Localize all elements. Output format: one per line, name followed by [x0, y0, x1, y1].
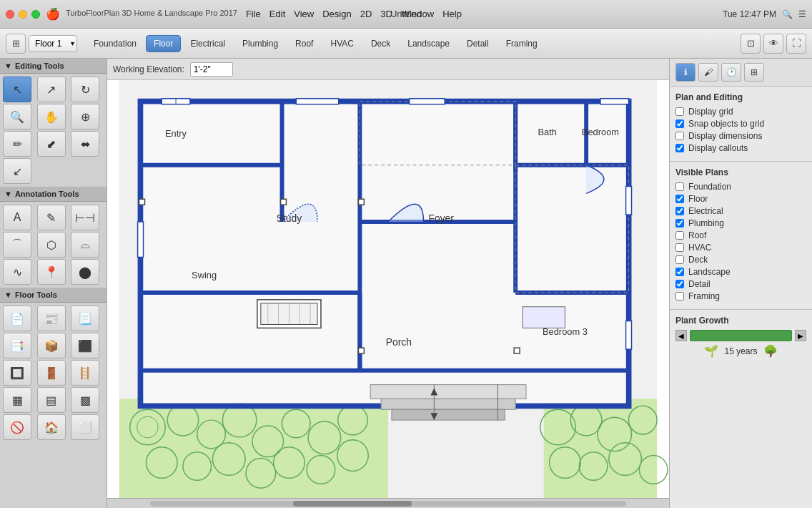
tab-landscape[interactable]: Landscape [400, 35, 457, 52]
rotate-tool[interactable]: ↻ [71, 77, 99, 102]
floor-window-tool[interactable]: 🔲 [3, 360, 31, 386]
tab-electrical[interactable]: Electrical [182, 35, 233, 52]
fullscreen-button[interactable]: ⛶ [786, 34, 806, 54]
tab-hvac[interactable]: HVAC [322, 35, 361, 52]
move-out-tool[interactable]: ⬌ [71, 131, 99, 157]
floor-no-tool[interactable]: 🚫 [3, 414, 31, 440]
plan-detail-row: Detail [675, 279, 806, 289]
info-icon-button[interactable]: ℹ [675, 63, 695, 82]
floor-door-tool[interactable]: 🚪 [37, 360, 66, 386]
plan-foundation-checkbox[interactable] [675, 182, 684, 191]
move-in-tool[interactable]: ⬋ [37, 131, 66, 157]
menu-file[interactable]: File [246, 9, 261, 19]
tab-detail[interactable]: Detail [459, 35, 497, 52]
annotation-tools-header[interactable]: ▼ Annotation Tools [0, 187, 107, 202]
floor-open-tool[interactable]: 📄 [3, 306, 31, 331]
arrow-tool[interactable]: ↙ [3, 158, 31, 184]
tab-plumbing[interactable]: Plumbing [234, 35, 286, 52]
menu-edit[interactable]: Edit [269, 9, 285, 19]
plan-detail-label: Detail [688, 279, 710, 289]
plant-slider-bar[interactable] [690, 330, 792, 341]
label-tool[interactable]: ✎ [37, 205, 66, 230]
plan-floor-checkbox[interactable] [675, 195, 684, 203]
menu-window[interactable]: Window [401, 9, 434, 19]
floor-stair-tool[interactable]: 📑 [3, 333, 31, 358]
tab-framing[interactable]: Framing [498, 35, 545, 52]
plan-deck-checkbox[interactable] [675, 255, 684, 264]
floor-selector[interactable]: Floor 1 Floor 2 [29, 35, 77, 52]
menu-view[interactable]: View [294, 9, 314, 19]
plant-slider-left-arrow[interactable]: ◀ [675, 330, 687, 341]
layers-icon-button[interactable]: ⊞ [744, 63, 764, 82]
floor-pattern-tool[interactable]: ▩ [71, 387, 99, 413]
svg-rect-71 [626, 321, 632, 350]
display-grid-checkbox[interactable] [675, 107, 684, 116]
snap-objects-checkbox[interactable] [675, 119, 684, 128]
plan-hvac-checkbox[interactable] [675, 243, 684, 252]
zoom-tool[interactable]: 🔍 [3, 104, 31, 130]
select-tool[interactable]: ↖ [3, 77, 31, 102]
display-dimensions-checkbox[interactable] [675, 132, 684, 140]
tab-floor[interactable]: Floor [146, 35, 181, 52]
display-callouts-checkbox[interactable] [675, 144, 684, 152]
plan-plumbing-checkbox[interactable] [675, 219, 684, 228]
plan-electrical-checkbox[interactable] [675, 207, 684, 215]
plan-roof-checkbox[interactable] [675, 231, 684, 240]
dimension-tool[interactable]: ⊢⊣ [71, 205, 99, 230]
arc-tool[interactable]: ⌓ [71, 232, 99, 258]
menu-3d[interactable]: 3D [380, 9, 392, 19]
search-icon[interactable]: 🔍 [782, 9, 793, 19]
floor-deck-tool[interactable]: ▦ [3, 387, 31, 413]
floor-tools-header[interactable]: ▼ Floor Tools [0, 288, 107, 303]
floor-misc-tool[interactable]: ⬜ [71, 414, 99, 440]
horizontal-scrollbar[interactable] [107, 498, 669, 508]
minimize-button[interactable] [19, 10, 27, 19]
floor-3d-tool[interactable]: 📦 [37, 333, 66, 358]
symbol-tool[interactable]: ⬤ [71, 259, 99, 285]
svg-rect-61 [281, 199, 287, 205]
menu-design[interactable]: Design [322, 9, 351, 19]
plan-framing-row: Framing [675, 291, 806, 301]
plant-slider-right-arrow[interactable]: ▶ [795, 330, 806, 341]
polygon-tool[interactable]: ⬡ [37, 232, 66, 258]
text-tool[interactable]: A [3, 205, 31, 230]
maximize-button[interactable] [31, 10, 40, 19]
display-callouts-label: Display callouts [688, 143, 748, 153]
view-eye-button[interactable]: 👁 [763, 34, 783, 54]
elevation-input[interactable] [190, 62, 233, 77]
plan-landscape-row: Landscape [675, 267, 806, 277]
plan-detail-checkbox[interactable] [675, 280, 684, 288]
floor-arch-tool[interactable]: 🏠 [37, 414, 66, 440]
floor-wall-tool[interactable]: 📰 [37, 306, 66, 331]
plan-landscape-checkbox[interactable] [675, 268, 684, 276]
sidebar-toggle-button[interactable]: ⊞ [6, 34, 26, 54]
draw-tool[interactable]: ✏ [3, 131, 31, 157]
plan-framing-checkbox[interactable] [675, 292, 684, 301]
clock-icon-button[interactable]: 🕐 [721, 63, 741, 82]
menu-app[interactable]: TurboFloorPlan 3D Home & Landscape Pro 2… [66, 9, 237, 19]
note-tool[interactable]: 📍 [37, 259, 66, 285]
svg-rect-52 [523, 307, 565, 328]
menu-2d[interactable]: 2D [360, 9, 372, 19]
menu-icon[interactable]: ☰ [798, 9, 806, 19]
editing-tools-header[interactable]: ▼ Editing Tools [0, 59, 107, 74]
paint-icon-button[interactable]: 🖌 [698, 63, 718, 82]
edit-tool[interactable]: ↗ [37, 77, 66, 102]
left-sidebar: ▼ Editing Tools ↖ ↗ ↻ 🔍 ✋ ⊕ ✏ ⬋ ⬌ ↙ ▼ An… [0, 59, 107, 508]
pan-tool[interactable]: ✋ [37, 104, 66, 130]
floor-plan-canvas[interactable]: Study Foyer Bath Bedroom Bedroom 3 Porch… [107, 80, 669, 498]
tab-roof[interactable]: Roof [287, 35, 321, 52]
scrollbar-thumb[interactable] [293, 501, 412, 507]
close-button[interactable] [6, 10, 14, 19]
polyline-tool[interactable]: ⌒ [3, 232, 31, 258]
floor-stairs-tool[interactable]: 🪜 [71, 360, 99, 386]
add-point-tool[interactable]: ⊕ [71, 104, 99, 130]
tab-deck[interactable]: Deck [363, 35, 398, 52]
menu-help[interactable]: Help [442, 9, 462, 19]
floor-fence-tool[interactable]: ▤ [37, 387, 66, 413]
floor-tile-tool[interactable]: ⬛ [71, 333, 99, 358]
view-toggle-button[interactable]: ⊡ [741, 34, 761, 54]
tab-foundation[interactable]: Foundation [86, 35, 144, 52]
floor-curve-tool[interactable]: 📃 [71, 306, 99, 331]
spline-tool[interactable]: ∿ [3, 259, 31, 285]
